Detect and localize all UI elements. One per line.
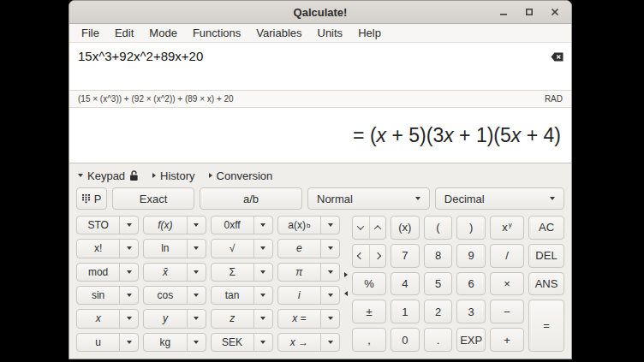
ln-button[interactable]: ln bbox=[143, 239, 206, 258]
divider-right-arrow[interactable] bbox=[344, 272, 348, 277]
unlock-icon[interactable] bbox=[129, 170, 139, 181]
plus-button[interactable]: + bbox=[490, 328, 524, 352]
exp-button[interactable]: EXP bbox=[456, 328, 486, 352]
unit-u-label[interactable]: u bbox=[77, 334, 119, 351]
menu-units[interactable]: Units bbox=[310, 25, 351, 41]
decimal-point-button[interactable]: . bbox=[424, 328, 453, 352]
titlebar[interactable]: Qalculate! bbox=[69, 1, 571, 24]
menu-edit[interactable]: Edit bbox=[107, 25, 141, 41]
convert-x-label[interactable]: x → bbox=[278, 334, 320, 351]
var-z-dropdown-arrow[interactable] bbox=[253, 310, 272, 327]
digit-5-button[interactable]: 5 bbox=[424, 272, 453, 296]
var-y-button[interactable]: y bbox=[143, 309, 206, 328]
ln-label[interactable]: ln bbox=[144, 240, 186, 257]
cursor-left-button[interactable] bbox=[353, 245, 369, 267]
convert-x-button[interactable]: x → bbox=[277, 333, 340, 352]
mean-label[interactable]: x̄ bbox=[144, 264, 186, 281]
digit-9-button[interactable]: 9 bbox=[456, 244, 486, 268]
exact-toggle-button[interactable]: Exact bbox=[112, 187, 194, 210]
pi-button[interactable]: π bbox=[277, 263, 340, 282]
tan-button[interactable]: tan bbox=[211, 286, 273, 305]
power-function-label[interactable]: a(x)b bbox=[278, 217, 320, 234]
unit-kg-dropdown-arrow[interactable] bbox=[187, 334, 206, 351]
comma-button[interactable]: , bbox=[352, 328, 386, 352]
hex-dropdown-arrow[interactable] bbox=[253, 217, 272, 234]
del-button[interactable]: DEL bbox=[528, 244, 564, 268]
digit-1-button[interactable]: 1 bbox=[391, 300, 420, 323]
menu-file[interactable]: File bbox=[74, 25, 107, 41]
cos-label[interactable]: cos bbox=[144, 287, 186, 304]
e-dropdown-arrow[interactable] bbox=[320, 240, 339, 257]
assign-x-dropdown-arrow[interactable] bbox=[320, 310, 339, 327]
var-x-dropdown-arrow[interactable] bbox=[119, 310, 138, 327]
sum-label[interactable]: Σ bbox=[212, 264, 253, 281]
imaginary-dropdown-arrow[interactable] bbox=[320, 287, 339, 304]
cos-button[interactable]: cos bbox=[143, 286, 206, 305]
cursor-right-button[interactable] bbox=[369, 245, 386, 267]
menu-help[interactable]: Help bbox=[350, 25, 389, 41]
imaginary-label[interactable]: i bbox=[278, 287, 320, 304]
currency-sek-button[interactable]: SEK bbox=[211, 333, 273, 352]
menu-functions[interactable]: Functions bbox=[185, 25, 248, 41]
minimize-button[interactable] bbox=[496, 4, 511, 20]
var-z-label[interactable]: z bbox=[212, 310, 253, 327]
digit-4-button[interactable]: 4 bbox=[391, 272, 420, 296]
factorial-label[interactable]: x! bbox=[77, 240, 119, 257]
digit-6-button[interactable]: 6 bbox=[456, 272, 486, 296]
sum-dropdown-arrow[interactable] bbox=[253, 264, 272, 281]
assign-x-button[interactable]: x = bbox=[277, 309, 340, 328]
tan-label[interactable]: tan bbox=[212, 287, 253, 304]
tan-dropdown-arrow[interactable] bbox=[253, 287, 272, 304]
assign-x-label[interactable]: x = bbox=[278, 310, 320, 327]
menu-mode[interactable]: Mode bbox=[141, 25, 185, 41]
unit-u-dropdown-arrow[interactable] bbox=[119, 334, 138, 351]
fx-dropdown-arrow[interactable] bbox=[187, 217, 206, 234]
menu-variables[interactable]: Variables bbox=[248, 25, 309, 41]
divider-left-arrow[interactable] bbox=[344, 291, 348, 296]
unit-kg-button[interactable]: kg bbox=[143, 333, 206, 352]
tab-history[interactable]: History bbox=[152, 169, 194, 182]
factorial-dropdown-arrow[interactable] bbox=[119, 240, 138, 257]
scroll-up-button[interactable] bbox=[369, 217, 386, 239]
sto-label[interactable]: STO bbox=[77, 217, 119, 234]
var-y-dropdown-arrow[interactable] bbox=[187, 310, 206, 327]
x-pow-y-button[interactable]: xy bbox=[490, 216, 524, 240]
fx-button[interactable]: f(x) bbox=[143, 216, 206, 234]
percent-button[interactable]: % bbox=[352, 272, 386, 296]
mod-button[interactable]: mod bbox=[76, 263, 139, 282]
e-label[interactable]: e bbox=[278, 240, 320, 257]
equals-button[interactable]: = bbox=[528, 300, 564, 352]
sqrt-dropdown-arrow[interactable] bbox=[253, 240, 272, 257]
imaginary-button[interactable]: i bbox=[277, 286, 340, 305]
sin-button[interactable]: sin bbox=[76, 286, 139, 305]
display-mode-select[interactable]: Normal bbox=[307, 187, 430, 210]
sto-button[interactable]: STO bbox=[76, 216, 139, 234]
sin-label[interactable]: sin bbox=[77, 287, 119, 304]
fx-label[interactable]: f(x) bbox=[144, 217, 186, 234]
close-button[interactable] bbox=[547, 4, 563, 20]
unit-kg-label[interactable]: kg bbox=[144, 334, 186, 351]
paren-x-button[interactable]: (x) bbox=[391, 216, 420, 240]
ac-button[interactable]: AC bbox=[528, 216, 564, 240]
unit-u-button[interactable]: u bbox=[76, 333, 139, 352]
sto-dropdown-arrow[interactable] bbox=[119, 217, 138, 234]
maximize-button[interactable] bbox=[522, 4, 537, 20]
clear-input-button[interactable] bbox=[551, 50, 564, 65]
pi-dropdown-arrow[interactable] bbox=[320, 264, 339, 281]
e-button[interactable]: e bbox=[277, 239, 340, 258]
expression-text[interactable]: 15x^3+92x^2+89x+20 bbox=[69, 43, 571, 69]
currency-sek-dropdown-arrow[interactable] bbox=[253, 334, 272, 351]
digit-0-button[interactable]: 0 bbox=[391, 328, 420, 352]
mean-button[interactable]: x̄ bbox=[143, 263, 206, 282]
sin-dropdown-arrow[interactable] bbox=[119, 287, 138, 304]
scroll-down-button[interactable] bbox=[353, 217, 369, 239]
multiply-button[interactable]: × bbox=[490, 272, 524, 296]
programming-keypad-button[interactable]: P bbox=[76, 187, 107, 210]
sum-button[interactable]: Σ bbox=[211, 263, 273, 282]
mod-label[interactable]: mod bbox=[77, 264, 119, 281]
hex-label[interactable]: 0xff bbox=[212, 217, 253, 234]
var-y-label[interactable]: y bbox=[144, 310, 186, 327]
open-paren-button[interactable]: ( bbox=[424, 216, 453, 240]
var-z-button[interactable]: z bbox=[211, 309, 273, 328]
minus-button[interactable]: − bbox=[490, 300, 524, 323]
